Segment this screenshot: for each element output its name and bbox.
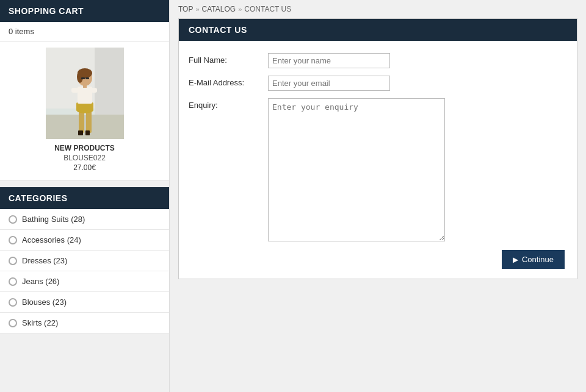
email-label: E-Mail Address: bbox=[189, 76, 268, 87]
product-image bbox=[46, 48, 124, 139]
continue-button[interactable]: ▶ Continue bbox=[502, 250, 565, 269]
category-item-jeans[interactable]: Jeans (26) bbox=[0, 271, 169, 292]
svg-rect-7 bbox=[85, 130, 90, 135]
shopping-cart-title: SHOPPING CART bbox=[9, 6, 84, 16]
cart-items-count: 0 items bbox=[0, 22, 169, 41]
contact-panel: CONTACT US Full Name: E-Mail Address: bbox=[178, 18, 577, 279]
svg-rect-12 bbox=[91, 88, 97, 93]
sidebar: SHOPPING CART 0 items bbox=[0, 0, 170, 392]
category-item-accessories[interactable]: Accessories (24) bbox=[0, 230, 169, 251]
breadcrumb-top[interactable]: TOP bbox=[178, 5, 193, 13]
contact-panel-header: CONTACT US bbox=[179, 19, 577, 41]
category-bullet bbox=[9, 319, 17, 327]
form-actions: ▶ Continue bbox=[189, 250, 567, 269]
category-item-skirts[interactable]: Skirts (22) bbox=[0, 313, 169, 333]
enquiry-textarea[interactable] bbox=[268, 98, 445, 241]
category-bullet bbox=[9, 236, 17, 244]
categories-header: CATEGORIES bbox=[0, 187, 169, 209]
svg-rect-6 bbox=[78, 130, 83, 135]
breadcrumb-catalog[interactable]: CATALOG bbox=[202, 5, 236, 13]
contact-form: Full Name: E-Mail Address: Enquiry: bbox=[179, 41, 577, 279]
category-list: Bathing Suits (28) Accessories (24) Dres… bbox=[0, 209, 169, 333]
main-content: TOP » CATALOG » CONTACT US CONTACT US Fu… bbox=[170, 0, 586, 392]
enquiry-label: Enquiry: bbox=[189, 98, 268, 110]
svg-rect-18 bbox=[85, 77, 89, 79]
full-name-row: Full Name: bbox=[189, 53, 567, 68]
category-bullet bbox=[9, 257, 17, 265]
email-row: E-Mail Address: bbox=[189, 76, 567, 91]
breadcrumb-sep-1: » bbox=[195, 5, 199, 13]
svg-rect-11 bbox=[71, 88, 79, 93]
breadcrumb: TOP » CATALOG » CONTACT US bbox=[170, 0, 586, 18]
breadcrumb-sep-2: » bbox=[238, 5, 242, 13]
product-name: BLOUSE022 bbox=[6, 154, 163, 162]
email-input[interactable] bbox=[268, 76, 390, 91]
breadcrumb-current: CONTACT US bbox=[244, 5, 291, 13]
full-name-label: Full Name: bbox=[189, 53, 268, 65]
svg-point-16 bbox=[77, 71, 83, 83]
svg-rect-10 bbox=[78, 87, 92, 104]
category-bullet bbox=[9, 277, 17, 286]
category-item-dresses[interactable]: Dresses (23) bbox=[0, 251, 169, 271]
category-item-bathing-suits[interactable]: Bathing Suits (28) bbox=[0, 209, 169, 230]
product-price: 27.00€ bbox=[6, 163, 163, 172]
shopping-cart-header: SHOPPING CART bbox=[0, 0, 169, 22]
enquiry-row: Enquiry: bbox=[189, 98, 567, 241]
category-item-blouses[interactable]: Blouses (23) bbox=[0, 292, 169, 313]
svg-rect-9 bbox=[76, 102, 93, 111]
category-bullet bbox=[9, 298, 17, 307]
svg-rect-17 bbox=[81, 77, 85, 79]
full-name-input[interactable] bbox=[268, 53, 390, 68]
continue-arrow-icon: ▶ bbox=[513, 255, 518, 264]
product-showcase: NEW PRODUCTS BLOUSE022 27.00€ bbox=[0, 41, 169, 181]
category-bullet bbox=[9, 215, 17, 224]
new-products-label: NEW PRODUCTS bbox=[6, 144, 163, 152]
continue-label: Continue bbox=[522, 255, 554, 264]
svg-rect-3 bbox=[46, 115, 124, 139]
